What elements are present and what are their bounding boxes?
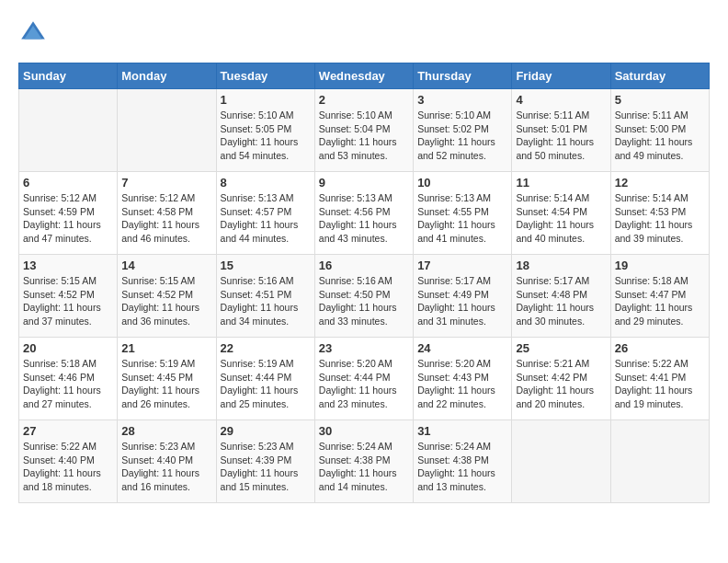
day-number: 8 bbox=[221, 176, 311, 190]
day-number: 18 bbox=[516, 259, 606, 272]
day-number: 6 bbox=[23, 176, 113, 190]
day-info: Sunrise: 5:19 AM Sunset: 4:44 PM Dayligh… bbox=[221, 357, 311, 411]
day-info: Sunrise: 5:15 AM Sunset: 4:52 PM Dayligh… bbox=[121, 274, 211, 328]
day-info: Sunrise: 5:10 AM Sunset: 5:04 PM Dayligh… bbox=[319, 109, 409, 163]
logo-icon bbox=[18, 18, 48, 48]
day-info: Sunrise: 5:11 AM Sunset: 5:01 PM Dayligh… bbox=[516, 109, 606, 163]
day-number: 27 bbox=[23, 424, 113, 438]
day-number: 17 bbox=[417, 259, 507, 272]
weekday-header: Wednesday bbox=[314, 63, 413, 89]
day-number: 22 bbox=[221, 341, 311, 355]
day-number: 25 bbox=[516, 341, 606, 355]
day-info: Sunrise: 5:24 AM Sunset: 4:38 PM Dayligh… bbox=[417, 440, 507, 494]
day-info: Sunrise: 5:12 AM Sunset: 4:58 PM Dayligh… bbox=[121, 191, 211, 246]
calendar-week-row: 13Sunrise: 5:15 AM Sunset: 4:52 PM Dayli… bbox=[19, 255, 710, 338]
day-info: Sunrise: 5:23 AM Sunset: 4:39 PM Dayligh… bbox=[221, 440, 311, 494]
calendar-table: SundayMondayTuesdayWednesdayThursdayFrid… bbox=[18, 63, 710, 503]
day-number: 23 bbox=[319, 341, 409, 355]
calendar-cell: 14Sunrise: 5:15 AM Sunset: 4:52 PM Dayli… bbox=[118, 255, 216, 338]
day-info: Sunrise: 5:22 AM Sunset: 4:40 PM Dayligh… bbox=[23, 440, 113, 494]
calendar-cell: 20Sunrise: 5:18 AM Sunset: 4:46 PM Dayli… bbox=[19, 338, 118, 420]
calendar-cell: 27Sunrise: 5:22 AM Sunset: 4:40 PM Dayli… bbox=[19, 420, 118, 503]
day-number: 21 bbox=[121, 341, 211, 355]
calendar-cell: 15Sunrise: 5:16 AM Sunset: 4:51 PM Dayli… bbox=[216, 255, 314, 338]
logo bbox=[18, 18, 51, 48]
day-number: 20 bbox=[23, 341, 113, 355]
calendar-cell: 24Sunrise: 5:20 AM Sunset: 4:43 PM Dayli… bbox=[414, 338, 512, 420]
page-header bbox=[18, 18, 710, 48]
calendar-cell: 16Sunrise: 5:16 AM Sunset: 4:50 PM Dayli… bbox=[314, 255, 413, 338]
day-info: Sunrise: 5:16 AM Sunset: 4:50 PM Dayligh… bbox=[319, 274, 409, 328]
day-info: Sunrise: 5:18 AM Sunset: 4:47 PM Dayligh… bbox=[615, 274, 705, 328]
day-info: Sunrise: 5:20 AM Sunset: 4:44 PM Dayligh… bbox=[319, 357, 409, 411]
calendar-cell: 12Sunrise: 5:14 AM Sunset: 4:53 PM Dayli… bbox=[610, 172, 709, 255]
calendar-cell bbox=[610, 420, 709, 503]
calendar-cell: 23Sunrise: 5:20 AM Sunset: 4:44 PM Dayli… bbox=[314, 338, 413, 420]
day-number: 1 bbox=[221, 93, 311, 107]
weekday-header: Saturday bbox=[610, 63, 709, 89]
calendar-cell: 4Sunrise: 5:11 AM Sunset: 5:01 PM Daylig… bbox=[512, 89, 610, 172]
day-number: 13 bbox=[23, 259, 113, 272]
day-info: Sunrise: 5:14 AM Sunset: 4:54 PM Dayligh… bbox=[516, 191, 606, 246]
day-info: Sunrise: 5:19 AM Sunset: 4:45 PM Dayligh… bbox=[121, 357, 211, 411]
day-info: Sunrise: 5:10 AM Sunset: 5:05 PM Dayligh… bbox=[221, 109, 311, 163]
weekday-header: Friday bbox=[512, 63, 610, 89]
calendar-cell bbox=[19, 89, 118, 172]
calendar-cell: 26Sunrise: 5:22 AM Sunset: 4:41 PM Dayli… bbox=[610, 338, 709, 420]
day-info: Sunrise: 5:17 AM Sunset: 4:48 PM Dayligh… bbox=[516, 274, 606, 328]
day-info: Sunrise: 5:23 AM Sunset: 4:40 PM Dayligh… bbox=[121, 440, 211, 494]
calendar-cell: 8Sunrise: 5:13 AM Sunset: 4:57 PM Daylig… bbox=[216, 172, 314, 255]
calendar-cell: 6Sunrise: 5:12 AM Sunset: 4:59 PM Daylig… bbox=[19, 172, 118, 255]
day-number: 4 bbox=[516, 93, 606, 107]
day-number: 9 bbox=[319, 176, 409, 190]
day-number: 12 bbox=[615, 176, 705, 190]
day-number: 2 bbox=[319, 93, 409, 107]
day-number: 3 bbox=[417, 93, 507, 107]
day-info: Sunrise: 5:22 AM Sunset: 4:41 PM Dayligh… bbox=[615, 357, 705, 411]
day-info: Sunrise: 5:11 AM Sunset: 5:00 PM Dayligh… bbox=[615, 109, 705, 163]
calendar-week-row: 6Sunrise: 5:12 AM Sunset: 4:59 PM Daylig… bbox=[19, 172, 710, 255]
calendar-cell: 22Sunrise: 5:19 AM Sunset: 4:44 PM Dayli… bbox=[216, 338, 314, 420]
calendar-cell: 3Sunrise: 5:10 AM Sunset: 5:02 PM Daylig… bbox=[414, 89, 512, 172]
weekday-header: Thursday bbox=[414, 63, 512, 89]
calendar-week-row: 27Sunrise: 5:22 AM Sunset: 4:40 PM Dayli… bbox=[19, 420, 710, 503]
day-info: Sunrise: 5:24 AM Sunset: 4:38 PM Dayligh… bbox=[319, 440, 409, 494]
day-info: Sunrise: 5:16 AM Sunset: 4:51 PM Dayligh… bbox=[221, 274, 311, 328]
day-info: Sunrise: 5:15 AM Sunset: 4:52 PM Dayligh… bbox=[23, 274, 113, 328]
calendar-cell: 31Sunrise: 5:24 AM Sunset: 4:38 PM Dayli… bbox=[414, 420, 512, 503]
calendar-cell: 25Sunrise: 5:21 AM Sunset: 4:42 PM Dayli… bbox=[512, 338, 610, 420]
day-number: 14 bbox=[121, 259, 211, 272]
weekday-header-row: SundayMondayTuesdayWednesdayThursdayFrid… bbox=[19, 63, 710, 89]
calendar-cell: 9Sunrise: 5:13 AM Sunset: 4:56 PM Daylig… bbox=[314, 172, 413, 255]
day-number: 19 bbox=[615, 259, 705, 272]
calendar-cell: 10Sunrise: 5:13 AM Sunset: 4:55 PM Dayli… bbox=[414, 172, 512, 255]
calendar-cell bbox=[118, 89, 216, 172]
day-info: Sunrise: 5:17 AM Sunset: 4:49 PM Dayligh… bbox=[417, 274, 507, 328]
calendar-cell: 19Sunrise: 5:18 AM Sunset: 4:47 PM Dayli… bbox=[610, 255, 709, 338]
day-number: 26 bbox=[615, 341, 705, 355]
day-number: 10 bbox=[417, 176, 507, 190]
day-number: 29 bbox=[221, 424, 311, 438]
day-info: Sunrise: 5:12 AM Sunset: 4:59 PM Dayligh… bbox=[23, 191, 113, 246]
weekday-header: Sunday bbox=[19, 63, 118, 89]
calendar-cell: 29Sunrise: 5:23 AM Sunset: 4:39 PM Dayli… bbox=[216, 420, 314, 503]
calendar-cell: 30Sunrise: 5:24 AM Sunset: 4:38 PM Dayli… bbox=[314, 420, 413, 503]
day-number: 24 bbox=[417, 341, 507, 355]
day-number: 16 bbox=[319, 259, 409, 272]
day-number: 7 bbox=[121, 176, 211, 190]
day-info: Sunrise: 5:20 AM Sunset: 4:43 PM Dayligh… bbox=[417, 357, 507, 411]
day-info: Sunrise: 5:13 AM Sunset: 4:55 PM Dayligh… bbox=[417, 191, 507, 246]
day-number: 15 bbox=[221, 259, 311, 272]
calendar-cell: 1Sunrise: 5:10 AM Sunset: 5:05 PM Daylig… bbox=[216, 89, 314, 172]
calendar-cell: 2Sunrise: 5:10 AM Sunset: 5:04 PM Daylig… bbox=[314, 89, 413, 172]
calendar-cell: 7Sunrise: 5:12 AM Sunset: 4:58 PM Daylig… bbox=[118, 172, 216, 255]
calendar-cell: 17Sunrise: 5:17 AM Sunset: 4:49 PM Dayli… bbox=[414, 255, 512, 338]
calendar-cell: 11Sunrise: 5:14 AM Sunset: 4:54 PM Dayli… bbox=[512, 172, 610, 255]
day-info: Sunrise: 5:10 AM Sunset: 5:02 PM Dayligh… bbox=[417, 109, 507, 163]
calendar-week-row: 20Sunrise: 5:18 AM Sunset: 4:46 PM Dayli… bbox=[19, 338, 710, 420]
calendar-cell: 28Sunrise: 5:23 AM Sunset: 4:40 PM Dayli… bbox=[118, 420, 216, 503]
day-number: 28 bbox=[121, 424, 211, 438]
day-info: Sunrise: 5:18 AM Sunset: 4:46 PM Dayligh… bbox=[23, 357, 113, 411]
calendar-cell: 18Sunrise: 5:17 AM Sunset: 4:48 PM Dayli… bbox=[512, 255, 610, 338]
day-number: 31 bbox=[417, 424, 507, 438]
